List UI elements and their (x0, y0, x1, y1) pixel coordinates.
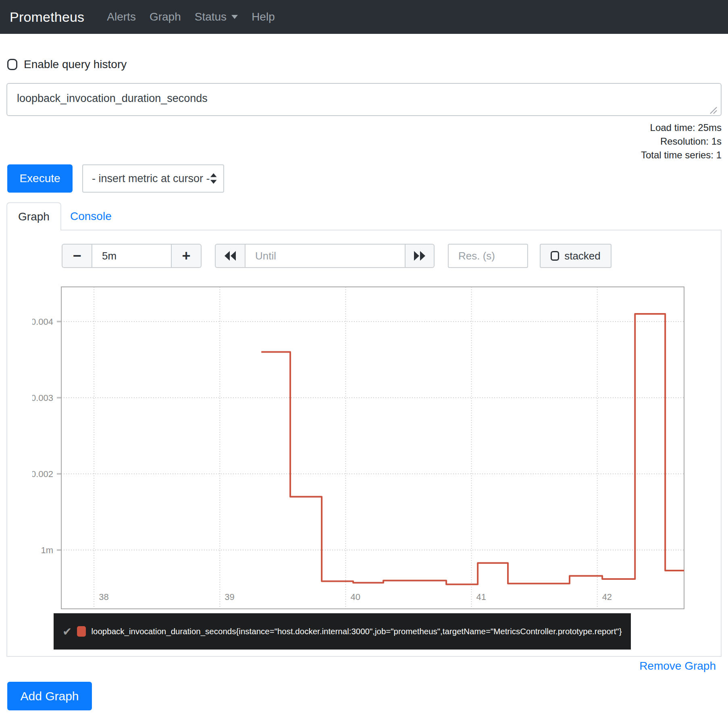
svg-text:39: 39 (225, 592, 234, 602)
range-increase-button[interactable]: + (172, 244, 202, 268)
nav-item-status[interactable]: Status (195, 10, 238, 23)
minus-icon: − (73, 249, 81, 263)
tab-graph[interactable]: Graph (6, 202, 61, 230)
stacked-toggle-button[interactable]: stacked (540, 244, 612, 268)
svg-text:38: 38 (99, 592, 108, 602)
series-label[interactable]: loopback_invocation_duration_seconds{ins… (91, 627, 622, 636)
svg-text:42: 42 (602, 592, 612, 602)
select-arrows-icon (210, 172, 217, 185)
time-control-group (215, 244, 435, 268)
add-graph-button[interactable]: Add Graph (7, 682, 92, 710)
textarea-resize-handle[interactable] (709, 106, 718, 114)
nav-item-graph[interactable]: Graph (150, 10, 181, 23)
chevron-down-icon (231, 15, 238, 19)
rewind-icon (224, 251, 237, 261)
time-rewind-button[interactable] (215, 244, 245, 268)
stacked-label: stacked (564, 250, 601, 262)
remove-graph-link[interactable]: Remove Graph (639, 660, 716, 672)
metric-chart[interactable]: 38394041420.0040.0030.0021m (32, 282, 693, 614)
query-history-checkbox[interactable] (7, 59, 17, 70)
stacked-checkbox (551, 251, 559, 261)
execute-button[interactable]: Execute (7, 164, 73, 193)
until-input[interactable] (245, 244, 406, 268)
stat-resolution: Resolution: 1s (641, 135, 722, 148)
query-history-row: Enable query history (7, 58, 127, 71)
query-history-label: Enable query history (24, 58, 127, 71)
range-decrease-button[interactable]: − (62, 244, 92, 268)
svg-text:0.004: 0.004 (32, 317, 53, 327)
nav-item-alerts[interactable]: Alerts (107, 10, 136, 23)
nav-links: Alerts Graph Status Help (107, 10, 275, 23)
resolution-input[interactable] (448, 244, 528, 268)
time-forward-button[interactable] (406, 244, 435, 268)
query-expression-input[interactable] (6, 83, 722, 116)
svg-text:1m: 1m (41, 545, 53, 555)
fast-forward-icon (413, 251, 426, 261)
svg-text:0.002: 0.002 (32, 469, 53, 479)
svg-text:0.003: 0.003 (32, 393, 53, 403)
nav-item-help[interactable]: Help (252, 10, 275, 23)
insert-metric-label: - insert metric at cursor - (92, 172, 210, 185)
plus-icon: + (182, 249, 190, 263)
stat-load-time: Load time: 25ms (641, 121, 722, 135)
query-stats: Load time: 25ms Resolution: 1s Total tim… (641, 121, 722, 162)
app-brand[interactable]: Prometheus (10, 9, 84, 25)
svg-text:41: 41 (476, 592, 486, 602)
series-color-swatch (77, 626, 86, 637)
stat-total-series: Total time series: 1 (641, 148, 722, 162)
range-input[interactable] (92, 244, 172, 268)
insert-metric-select[interactable]: - insert metric at cursor - (82, 164, 224, 193)
range-control-group: − + (62, 244, 202, 268)
svg-text:40: 40 (350, 592, 360, 602)
navbar: Prometheus Alerts Graph Status Help (0, 0, 728, 34)
chart-legend: ✔ loopback_invocation_duration_seconds{i… (54, 613, 631, 650)
tab-console[interactable]: Console (70, 202, 112, 230)
series-visible-check-icon[interactable]: ✔ (62, 625, 72, 638)
